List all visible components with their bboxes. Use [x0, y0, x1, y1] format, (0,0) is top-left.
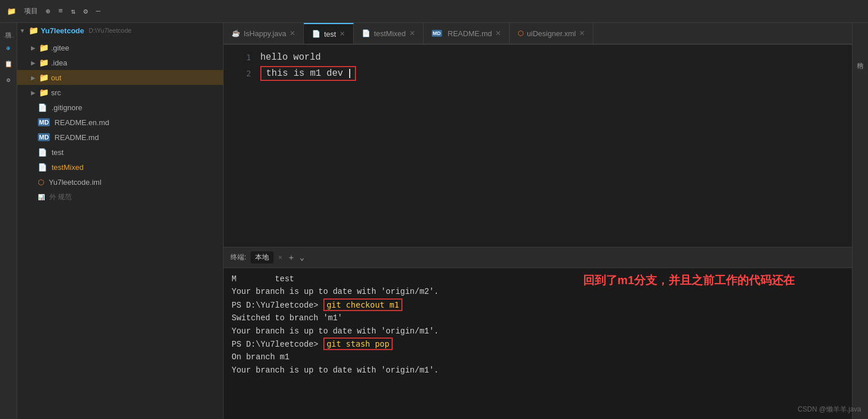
out-folder-icon: 📁	[39, 73, 49, 82]
term-line-3: PS D:\Yu7leetcode> git checkout m1	[232, 298, 844, 312]
test-file-icon: 📄	[38, 148, 47, 157]
tree-item-iml[interactable]: ⬡ Yu7leetcode.iml	[17, 174, 223, 189]
out-label: out	[51, 73, 61, 82]
tree-item-readme-en[interactable]: MD README.en.md	[17, 115, 223, 130]
gitee-label: .gitee	[51, 44, 69, 52]
toolbar-project-label[interactable]: 项目	[22, 5, 40, 17]
src-label: src	[51, 88, 61, 97]
root-arrow: ▼	[19, 28, 25, 34]
sidebar-project-label[interactable]: 项目	[3, 25, 14, 30]
terminal-add-btn[interactable]: ＋	[287, 253, 295, 263]
left-sidebar-strip: 项目 ⊕ 📋 ⚙	[0, 23, 17, 419]
tree-item-testmixed[interactable]: 📄 testMixed	[17, 160, 223, 174]
tab-bar: ☕ IsHappy.java ✕ 📄 test ✕ 📄 testMixed ✕ …	[224, 23, 852, 45]
line-content-2: this is m1 dev	[260, 66, 356, 81]
tree-item-test[interactable]: 📄 test	[17, 145, 223, 160]
toolbar-list-icon[interactable]: ≡	[56, 6, 65, 17]
tree-item-gitee[interactable]: ▶ 📁 .gitee	[17, 40, 223, 55]
file-tree-body: ▶ 📁 .gitee ▶ 📁 .idea ▶ 📁 out ▶ 📁 src	[17, 38, 223, 419]
tab-ishappy-label: IsHappy.java	[244, 29, 286, 38]
toolbar-settings-icon[interactable]: ⚙	[81, 6, 90, 17]
test-label: test	[52, 148, 64, 157]
tree-item-src[interactable]: ▶ 📁 src	[17, 85, 223, 100]
readme-en-icon: MD	[38, 118, 50, 126]
extra-label: 外 规范	[49, 192, 72, 202]
editor-area: ☕ IsHappy.java ✕ 📄 test ✕ 📄 testMixed ✕ …	[224, 23, 852, 419]
toolbar-expand-icon[interactable]: ⊕	[44, 6, 53, 17]
main-layout: 项目 ⊕ 📋 ⚙ ▼ 📁 Yu7leetcode D:\Yu7leetcode …	[0, 23, 868, 419]
terminal-header: 终端: 本地 ✕ ＋ ⌄	[224, 247, 852, 268]
terminal-annotation: 回到了m1分支，并且之前工作的代码还在	[583, 273, 795, 288]
code-line-1: 1 hello world	[224, 49, 852, 65]
idea-arrow: ▶	[31, 60, 36, 66]
toolbar-minimize-icon[interactable]: —	[93, 6, 103, 17]
tab-uidesigner-close[interactable]: ✕	[579, 29, 585, 37]
sidebar-icon-3[interactable]: ⚙	[3, 74, 13, 86]
root-name: Yu7leetcode	[41, 26, 84, 35]
tab-ishappy-close[interactable]: ✕	[290, 29, 295, 37]
tree-item-gitignore[interactable]: 📄 .gitignore	[17, 100, 223, 115]
iml-file-icon: ⬡	[38, 178, 44, 187]
gitee-folder-icon: 📁	[39, 43, 49, 52]
terminal-dropdown-btn[interactable]: ⌄	[300, 253, 304, 262]
tab-uidesigner[interactable]: ⬡ uiDesigner.xml ✕	[510, 23, 593, 44]
tab-uidesigner-icon: ⬡	[518, 29, 523, 37]
tree-item-idea[interactable]: ▶ 📁 .idea	[17, 55, 223, 70]
tab-readme-close[interactable]: ✕	[495, 29, 501, 37]
gitee-arrow: ▶	[31, 45, 36, 51]
cursor	[349, 69, 350, 78]
tab-testmixed-label: testMixed	[374, 29, 406, 38]
tab-testmixed-close[interactable]: ✕	[409, 29, 415, 37]
right-sidebar-strip: 结构	[852, 23, 868, 419]
tab-test-close[interactable]: ✕	[339, 30, 345, 38]
tree-item-extra[interactable]: 📊 外 规范	[17, 189, 223, 204]
testmixed-file-icon: 📄	[38, 163, 47, 172]
iml-label: Yu7leetcode.iml	[49, 178, 101, 187]
code-line-2: 2 this is m1 dev	[224, 65, 852, 82]
root-path: D:\Yu7leetcode	[89, 27, 132, 34]
src-folder-icon: 📁	[39, 88, 49, 97]
term-line-4: Switched to branch 'm1'	[232, 312, 844, 324]
tree-item-out[interactable]: ▶ 📁 out	[17, 70, 223, 85]
src-arrow: ▶	[31, 90, 36, 96]
line-number-2: 2	[228, 69, 251, 78]
term-line-6: PS D:\Yu7leetcode> git stash pop	[232, 337, 844, 351]
toolbar-project-icon[interactable]: 📁	[5, 6, 18, 17]
tab-ishappy[interactable]: ☕ IsHappy.java ✕	[224, 23, 304, 44]
idea-label: .idea	[51, 59, 67, 67]
terminal-body[interactable]: 回到了m1分支，并且之前工作的代码还在 M test Your branch i…	[224, 268, 852, 419]
tab-testmixed[interactable]: 📄 testMixed ✕	[354, 23, 424, 44]
root-folder-icon: 📁	[29, 26, 38, 35]
extra-icon: 📊	[38, 194, 45, 200]
tab-test[interactable]: 📄 test ✕	[304, 23, 354, 44]
tab-readme[interactable]: MD README.md ✕	[424, 23, 510, 44]
watermark: CSDN @懒羊羊.java	[797, 405, 861, 414]
readme-label: README.md	[54, 133, 99, 142]
tab-readme-icon: MD	[432, 30, 442, 37]
line-content-1: hello world	[260, 52, 321, 63]
tree-item-readme[interactable]: MD README.md	[17, 130, 223, 145]
readme-en-label: README.en.md	[54, 118, 109, 127]
sidebar-icon-2[interactable]: 📋	[3, 57, 13, 69]
term-line-8: Your branch is up to date with 'origin/m…	[232, 364, 844, 377]
toolbar: 📁 项目 ⊕ ≡ ⇅ ⚙ —	[0, 0, 868, 23]
tab-ishappy-icon: ☕	[232, 29, 240, 37]
terminal-tab-local[interactable]: 本地	[251, 251, 273, 263]
cmd-stash-pop: git stash pop	[323, 337, 393, 350]
gitignore-icon: 📄	[38, 103, 47, 112]
tab-test-icon: 📄	[312, 30, 320, 38]
idea-folder-icon: 📁	[39, 58, 49, 67]
tab-uidesigner-label: uiDesigner.xml	[527, 29, 576, 38]
term-line-5: Your branch is up to date with 'origin/m…	[232, 325, 844, 337]
toolbar-sort-icon[interactable]: ⇅	[69, 6, 78, 17]
gitignore-label: .gitignore	[52, 103, 82, 112]
tab-testmixed-icon: 📄	[362, 29, 370, 37]
line-number-1: 1	[228, 53, 251, 62]
tree-root-item[interactable]: ▼ 📁 Yu7leetcode D:\Yu7leetcode	[17, 23, 223, 38]
terminal-tab-close[interactable]: ✕	[278, 253, 282, 262]
out-arrow: ▶	[31, 75, 36, 81]
testmixed-label: testMixed	[52, 163, 84, 172]
sidebar-icon-1[interactable]: ⊕	[3, 44, 13, 53]
code-editor[interactable]: 1 hello world 2 this is m1 dev	[224, 45, 852, 247]
tab-readme-label: README.md	[448, 29, 492, 38]
